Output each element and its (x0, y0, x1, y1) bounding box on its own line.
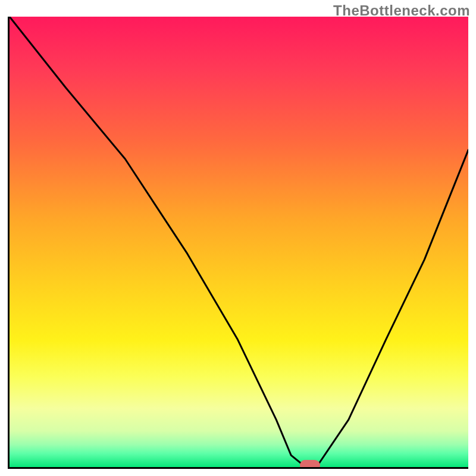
chart-stage: TheBottleneck.com (0, 0, 476, 476)
plot-area (8, 17, 468, 469)
watermark-text: TheBottleneck.com (333, 2, 470, 19)
optimum-marker (300, 460, 320, 469)
curve-line (10, 17, 468, 465)
bottleneck-curve (10, 17, 468, 467)
